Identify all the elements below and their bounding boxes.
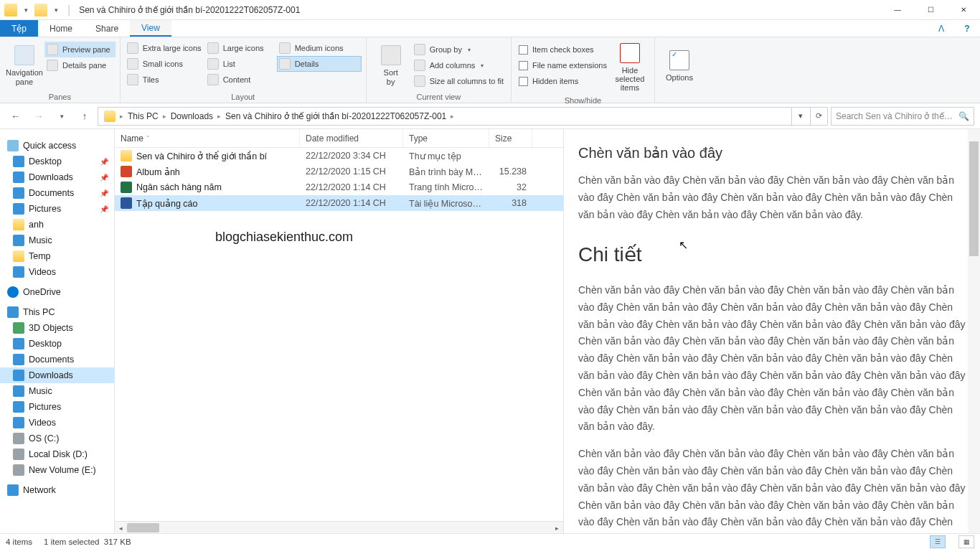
maximize-button[interactable]: ☐: [914, 0, 947, 20]
file-extensions-toggle[interactable]: File name extensions: [516, 57, 610, 73]
forward-button[interactable]: →: [29, 106, 49, 126]
layout-list-button[interactable]: List: [205, 56, 277, 72]
nav-drive-e[interactable]: New Volume (E:): [0, 462, 114, 478]
nav-folder-anh[interactable]: anh: [0, 217, 114, 233]
large-icons-view-button[interactable]: ▦: [958, 535, 974, 548]
column-header-size[interactable]: Size: [489, 129, 532, 147]
column-header-name[interactable]: Name˄: [115, 129, 300, 147]
refresh-button[interactable]: ⟳: [810, 108, 827, 125]
size-all-columns-button[interactable]: Size all columns to fit: [411, 73, 507, 89]
layout-small-button[interactable]: Small icons: [125, 56, 205, 72]
status-size: 317 KB: [104, 538, 131, 546]
star-icon: [7, 140, 19, 151]
ribbon-group-panes: Navigation pane Preview pane Details pan…: [0, 37, 121, 103]
nav-desktop[interactable]: Desktop📌: [0, 154, 114, 169]
chevron-right-icon[interactable]: ▸: [120, 113, 123, 120]
nav-pc-pictures[interactable]: Pictures: [0, 399, 114, 415]
qat-folder-icon[interactable]: [34, 4, 47, 17]
history-dropdown-icon[interactable]: ▾: [52, 106, 72, 126]
tab-file[interactable]: Tệp: [0, 20, 38, 37]
nav-videos[interactable]: Videos: [0, 264, 114, 280]
nav-downloads[interactable]: Downloads📌: [0, 169, 114, 185]
nav-quick-access[interactable]: Quick access: [0, 138, 114, 154]
file-name: Ngân sách hàng năm: [136, 182, 222, 192]
file-row[interactable]: Sen và Chihiro ở thế giới thần bí22/12/2…: [115, 148, 563, 164]
nav-drive-d[interactable]: Local Disk (D:): [0, 446, 114, 462]
ribbon-collapse-icon[interactable]: ᐱ: [928, 20, 954, 37]
breadcrumb-segment[interactable]: Downloads: [168, 108, 216, 125]
nav-documents[interactable]: Documents📌: [0, 185, 114, 201]
scroll-thumb[interactable]: [969, 141, 979, 256]
file-row[interactable]: Album ảnh22/12/2020 1:15 CHBản trình bày…: [115, 164, 563, 179]
nav-pc-videos[interactable]: Videos: [0, 415, 114, 431]
layout-tiles-button[interactable]: Tiles: [125, 72, 205, 88]
navigation-pane-button[interactable]: Navigation pane: [4, 40, 44, 91]
item-checkboxes-toggle[interactable]: Item check boxes: [516, 42, 610, 57]
tab-view[interactable]: View: [130, 20, 171, 37]
nav-3d-objects[interactable]: 3D Objects: [0, 320, 114, 336]
back-button[interactable]: ←: [6, 106, 26, 126]
group-by-button[interactable]: Group by▾: [411, 42, 507, 57]
details-icon: [279, 58, 291, 70]
details-pane-button[interactable]: Details pane: [44, 57, 116, 73]
help-icon[interactable]: ?: [954, 20, 980, 37]
add-columns-button[interactable]: Add columns▾: [411, 57, 507, 73]
file-row[interactable]: Tập quảng cáo22/12/2020 1:14 CHTài liệu …: [115, 195, 563, 211]
tab-home[interactable]: Home: [38, 20, 84, 37]
breadcrumb[interactable]: ▸ This PC ▸ Downloads ▸ Sen và Chihiro ở…: [98, 107, 828, 126]
nav-this-pc[interactable]: This PC: [0, 304, 114, 320]
file-row[interactable]: Ngân sách hàng năm22/12/2020 1:14 CHTran…: [115, 179, 563, 195]
navigation-pane[interactable]: Quick access Desktop📌 Downloads📌 Documen…: [0, 129, 115, 533]
column-header-row: Name˄ Date modified Type Size: [115, 129, 563, 148]
layout-content-button[interactable]: Content: [205, 72, 277, 88]
nav-onedrive[interactable]: OneDrive: [0, 284, 114, 300]
minimize-button[interactable]: —: [881, 0, 914, 20]
nav-drive-c[interactable]: OS (C:): [0, 431, 114, 446]
up-button[interactable]: ↑: [75, 106, 95, 126]
file-rows: Sen và Chihiro ở thế giới thần bí22/12/2…: [115, 148, 563, 521]
breadcrumb-segment[interactable]: This PC: [125, 108, 161, 125]
qat-customize-icon[interactable]: ▾: [49, 3, 63, 17]
tab-share[interactable]: Share: [84, 20, 130, 37]
scroll-right-icon[interactable]: ▸: [551, 522, 563, 534]
chevron-right-icon[interactable]: ▸: [451, 113, 454, 120]
nav-pc-desktop[interactable]: Desktop: [0, 336, 114, 352]
close-button[interactable]: ✕: [947, 0, 980, 20]
layout-details-button[interactable]: Details: [277, 56, 362, 72]
chevron-right-icon[interactable]: ▸: [217, 113, 221, 120]
hide-selected-button[interactable]: Hide selected items: [610, 40, 650, 95]
medium-icon: [279, 42, 291, 54]
layout-extra-large-button[interactable]: Extra large icons: [125, 40, 205, 56]
sort-by-icon: [381, 45, 401, 65]
search-input[interactable]: Search Sen và Chihiro ở thế gi… 🔍: [831, 107, 974, 126]
nav-pictures[interactable]: Pictures📌: [0, 201, 114, 217]
nav-pc-music[interactable]: Music: [0, 383, 114, 399]
ribbon: Navigation pane Preview pane Details pan…: [0, 37, 980, 103]
preview-pane-button[interactable]: Preview pane: [44, 42, 116, 57]
hidden-items-toggle[interactable]: Hidden items: [516, 73, 610, 89]
content-icon: [207, 74, 219, 85]
layout-large-button[interactable]: Large icons: [205, 40, 277, 56]
nav-temp[interactable]: Temp: [0, 248, 114, 264]
details-view-button[interactable]: ☰: [930, 535, 946, 548]
documents-icon: [13, 187, 24, 199]
breadcrumb-segment[interactable]: Sen và Chihiro ở thế giới thần bí-202012…: [222, 108, 449, 125]
horizontal-scrollbar[interactable]: ◂ ▸: [115, 521, 563, 533]
column-header-date[interactable]: Date modified: [300, 129, 403, 147]
scroll-thumb[interactable]: [127, 523, 159, 532]
search-placeholder: Search Sen và Chihiro ở thế gi…: [836, 111, 954, 121]
address-dropdown-icon[interactable]: ▾: [791, 108, 809, 125]
sort-by-button[interactable]: Sort by: [371, 40, 411, 91]
nav-pc-documents[interactable]: Documents: [0, 352, 114, 367]
nav-pc-downloads[interactable]: Downloads: [0, 367, 114, 383]
nav-network[interactable]: Network: [0, 482, 114, 498]
qat-dropdown-icon[interactable]: ▾: [19, 3, 33, 17]
scroll-left-icon[interactable]: ◂: [115, 522, 127, 534]
layout-medium-button[interactable]: Medium icons: [277, 40, 362, 56]
preview-paragraph: Chèn văn bản vào đây Chèn văn bản vào đâ…: [578, 282, 966, 436]
column-header-type[interactable]: Type: [403, 129, 489, 147]
options-button[interactable]: Options: [659, 40, 699, 91]
vertical-scrollbar[interactable]: [968, 129, 980, 533]
nav-music[interactable]: Music: [0, 233, 114, 248]
chevron-right-icon[interactable]: ▸: [163, 113, 166, 120]
